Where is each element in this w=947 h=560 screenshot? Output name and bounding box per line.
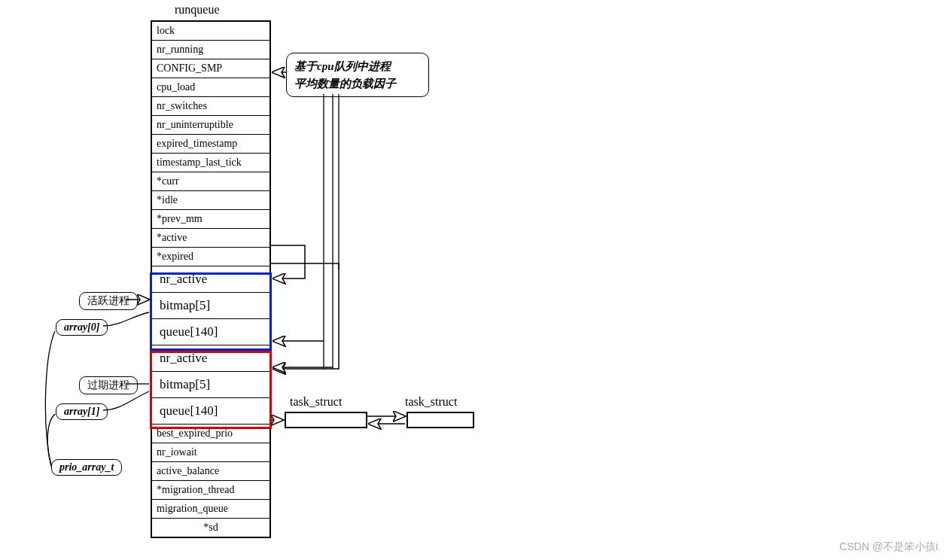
cpu-load-callout: 基于cpu队列中进程 平均数量的负载因子 [286,53,429,97]
label-array0: array[0] [56,319,108,336]
struct-field: *migration_thread [152,481,269,500]
struct-field: *active [152,229,269,248]
struct-field: nr_running [152,41,269,59]
struct-field: cpu_load [152,78,269,97]
task-struct-box-2 [407,412,474,428]
struct-field: active_balance [152,462,269,481]
array1-field: queue[140] [152,398,269,425]
struct-field: *curr [152,172,269,191]
struct-field: CONFIG_SMP [152,59,269,78]
struct-field: timestamp_last_tick [152,154,269,172]
array0-field: nr_active [152,266,269,293]
runqueue-struct: lock nr_running CONFIG_SMP cpu_load nr_s… [151,20,271,538]
struct-field: nr_switches [152,97,269,116]
struct-field: lock [152,22,269,41]
connector-overlay [0,0,947,560]
label-array1: array[1] [56,403,108,420]
array1-field: bitmap[5] [152,372,269,398]
label-active-proc: 活跃进程 [79,292,138,310]
struct-field: nr_iowait [152,443,269,462]
label-task-struct-1: task_struct [290,395,342,409]
struct-field: migration_queue [152,500,269,519]
struct-field: *expired [152,248,269,266]
struct-field: nr_uninterruptible [152,116,269,135]
struct-field: *prev_mm [152,210,269,229]
task-struct-box-1 [285,412,367,428]
diagram-title: runqueue [175,3,220,17]
watermark: CSDN @不是笨小孩i [839,540,938,554]
label-task-struct-2: task_struct [405,395,457,409]
callout-line: 基于cpu队列中进程 [294,58,421,75]
array0-field: queue[140] [152,319,269,345]
callout-line: 平均数量的负载因子 [294,75,421,93]
array0-field: bitmap[5] [152,293,269,319]
struct-field: *sd [152,519,269,537]
struct-field: best_expired_prio [152,425,269,443]
label-prio-array: prio_array_t [51,459,122,476]
array1-field: nr_active [152,345,269,372]
struct-field: expired_timestamp [152,135,269,154]
label-expired-proc: 过期进程 [79,376,138,394]
struct-field: *idle [152,191,269,210]
